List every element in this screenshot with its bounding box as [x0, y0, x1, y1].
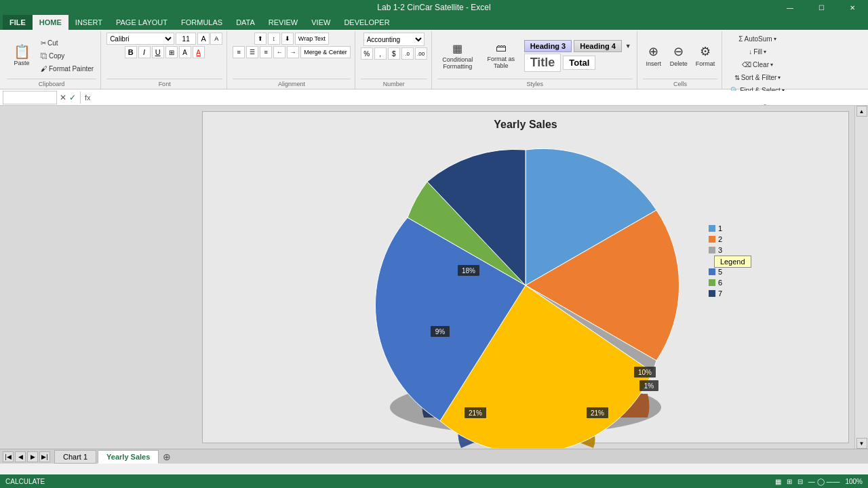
font-name-select[interactable]: Calibri [106, 33, 174, 45]
confirm-formula-button[interactable]: ✓ [69, 93, 76, 102]
view-pagebreak-icon[interactable]: ⊟ [797, 478, 803, 485]
align-top-button[interactable]: ⬆ [254, 33, 267, 45]
tab-home[interactable]: HOME [33, 15, 68, 30]
window-controls: — ☐ ✕ [774, 0, 868, 15]
insert-cell-button[interactable]: ⊕ Insert [643, 35, 665, 76]
fill-button[interactable]: ↓ Fill ▾ [746, 45, 769, 58]
styles-content: ▦ Conditional Formatting 🗃 Format as Tab… [437, 33, 633, 79]
align-left-button[interactable]: ≡ [233, 46, 245, 58]
chart-container[interactable]: Yearly Sales [202, 111, 849, 443]
tab-insert[interactable]: INSERT [68, 15, 109, 30]
paste-button[interactable]: 📋 Paste [7, 35, 37, 76]
formula-input[interactable] [94, 91, 865, 104]
delete-cell-button[interactable]: ⊖ Delete [667, 35, 690, 76]
format-as-table-button[interactable]: 🗃 Format as Table [481, 35, 521, 76]
styles-expand-button[interactable]: ▼ [624, 43, 633, 49]
number-format-select[interactable]: Accounting [363, 33, 425, 46]
italic-button[interactable]: I [138, 46, 151, 58]
legend-item-5: 5 [709, 268, 722, 276]
main-area: Yearly Sales [0, 106, 868, 449]
percent-button[interactable]: % [361, 47, 373, 60]
number-group: Accounting % , $ .0 .00 Number [357, 31, 432, 89]
add-sheet-button[interactable]: ⊕ [160, 450, 174, 464]
sheet-nav: |◀ ◀ ▶ ▶| [3, 451, 50, 462]
total-style-button[interactable]: Total [563, 56, 595, 70]
align-right-button[interactable]: ≡ [260, 46, 272, 58]
chart-title: Yearly Sales [494, 119, 557, 131]
prev-sheet-button[interactable]: ◀ [15, 451, 26, 462]
copy-button[interactable]: ⿻ Copy [38, 49, 96, 62]
heading3-button[interactable]: Heading 3 [524, 40, 572, 52]
align-center-button[interactable]: ☰ [246, 46, 258, 58]
tab-view[interactable]: VIEW [304, 15, 337, 30]
currency-button[interactable]: $ [388, 47, 400, 60]
next-sheet-button[interactable]: ▶ [27, 451, 38, 462]
first-sheet-button[interactable]: |◀ [3, 451, 14, 462]
worksheet-left [0, 106, 197, 449]
underline-button[interactable]: U [152, 46, 164, 58]
decrease-decimal-button[interactable]: .00 [415, 47, 427, 60]
editing-content: Σ AutoSum ▾ ↓ Fill ▾ ⌫ Clear ▾ ⇅ Sort & … [728, 33, 787, 96]
bold-button[interactable]: B [125, 46, 137, 58]
comma-button[interactable]: , [374, 47, 387, 60]
grow-font-button[interactable]: A [197, 33, 210, 45]
format-painter-button[interactable]: 🖌 Format Painter [38, 62, 96, 75]
legend-item-2: 2 [709, 235, 722, 243]
insert-icon: ⊕ [648, 44, 658, 59]
legend-label-7: 7 [718, 289, 722, 298]
conditional-formatting-button[interactable]: ▦ Conditional Formatting [437, 35, 478, 76]
tab-review[interactable]: REVIEW [262, 15, 304, 30]
alignment-content: ⬆ ↕ ⬇ Wrap Text ≡ ☰ ≡ ← → Merge & Center [233, 33, 351, 79]
cut-button[interactable]: ✂ Cut [38, 37, 96, 49]
styles-group: ▦ Conditional Formatting 🗃 Format as Tab… [433, 31, 637, 89]
border-button[interactable]: ⊞ [165, 46, 178, 58]
align-bottom-button[interactable]: ⬇ [281, 33, 294, 45]
sheet-tab-chart1[interactable]: Chart 1 [54, 450, 96, 464]
tab-formulas[interactable]: FORMULAS [174, 15, 229, 30]
tab-page-layout[interactable]: PAGE LAYOUT [109, 15, 174, 30]
formula-bar: ✕ ✓ fx [0, 89, 868, 106]
number-content: Accounting % , $ .0 .00 [361, 33, 427, 79]
heading4-button[interactable]: Heading 4 [574, 40, 622, 52]
tab-data[interactable]: DATA [229, 15, 262, 30]
font-size-input[interactable] [176, 33, 196, 45]
format-as-table-icon: 🗃 [496, 42, 507, 54]
close-button[interactable]: ✕ [837, 0, 868, 15]
shrink-font-button[interactable]: A [210, 33, 222, 45]
scroll-up-button[interactable]: ▲ [856, 106, 867, 117]
indent-decrease-button[interactable]: ← [273, 46, 285, 58]
maximize-button[interactable]: ☐ [806, 0, 837, 15]
cancel-formula-button[interactable]: ✕ [60, 93, 66, 102]
editing-group: Σ AutoSum ▾ ↓ Fill ▾ ⌫ Clear ▾ ⇅ Sort & … [724, 31, 791, 89]
name-box[interactable] [3, 91, 57, 104]
sheet-tab-yearly-sales[interactable]: Yearly Sales [98, 450, 159, 464]
legend-label-6: 6 [718, 279, 722, 287]
clear-button[interactable]: ⌫ Clear ▾ [739, 58, 776, 70]
right-scrollbar: ▲ ▼ [854, 106, 868, 449]
font-color-button[interactable]: A [193, 46, 205, 58]
svg-text:9%: 9% [435, 328, 446, 336]
scroll-down-button[interactable]: ▼ [856, 438, 867, 449]
wrap-text-button[interactable]: Wrap Text [295, 33, 329, 45]
last-sheet-button[interactable]: ▶| [39, 451, 50, 462]
legend-color-1 [709, 225, 715, 232]
view-normal-icon[interactable]: ▦ [775, 478, 781, 485]
fill-color-button[interactable]: A [179, 46, 191, 58]
increase-decimal-button[interactable]: .0 [401, 47, 414, 60]
view-layout-icon[interactable]: ⊞ [787, 478, 792, 485]
title-style-button[interactable]: Title [524, 54, 561, 72]
autosum-button[interactable]: Σ AutoSum ▾ [736, 33, 778, 45]
paste-icon: 📋 [14, 45, 31, 58]
tab-developer[interactable]: DEVELOPER [337, 15, 396, 30]
sort-filter-button[interactable]: ⇅ Sort & Filter ▾ [732, 71, 784, 83]
formula-divider [80, 92, 81, 104]
chart-area: 20% 10% 1% 21% 21% 9% [322, 136, 729, 448]
format-cell-button[interactable]: ⚙ Format [693, 35, 718, 76]
tab-file[interactable]: FILE [3, 15, 33, 30]
minimize-button[interactable]: — [774, 0, 806, 15]
zoom-slider[interactable]: — ◯ —— [808, 478, 840, 485]
merge-center-button[interactable]: Merge & Center [300, 46, 351, 58]
align-middle-button[interactable]: ↕ [268, 33, 280, 45]
indent-increase-button[interactable]: → [287, 46, 299, 58]
legend-label-2: 2 [718, 235, 722, 243]
